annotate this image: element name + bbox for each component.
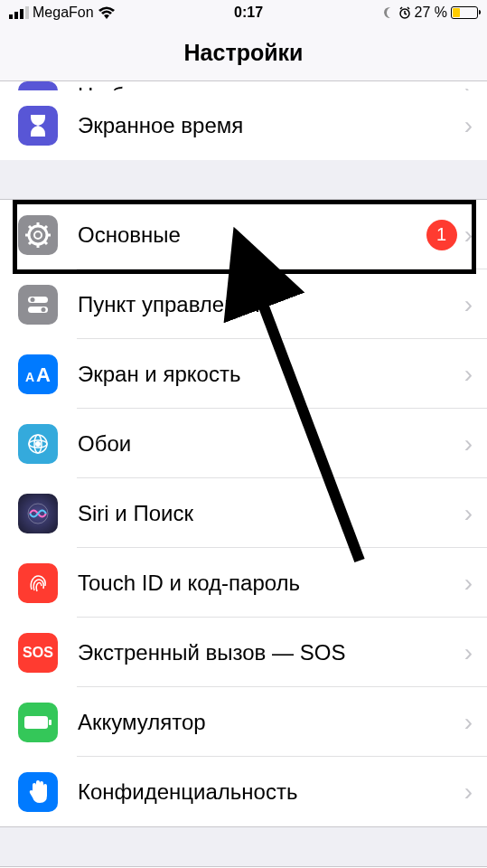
settings-item-wallpaper[interactable]: Обои › <box>0 409 487 478</box>
wifi-icon <box>98 6 116 20</box>
battery-icon <box>451 6 478 19</box>
gear-icon <box>18 215 58 255</box>
chevron-right-icon: › <box>464 778 487 807</box>
svg-rect-27 <box>49 720 52 725</box>
settings-item-screen-time[interactable]: Экранное время › <box>0 90 487 160</box>
moon-icon <box>382 6 395 19</box>
item-label: Основные <box>78 222 426 248</box>
svg-point-16 <box>31 297 35 302</box>
item-label: Touch ID и код-пароль <box>78 571 464 596</box>
battery-pct-label: 27 % <box>415 5 447 21</box>
page-title: Настройки <box>184 40 304 66</box>
alarm-icon <box>398 6 411 19</box>
item-label: Обои <box>78 431 464 457</box>
nav-header: Настройки <box>0 25 487 81</box>
notification-badge: 1 <box>426 220 457 250</box>
battery-large-icon <box>18 703 58 742</box>
svg-rect-3 <box>25 6 29 19</box>
chevron-right-icon: › <box>464 638 487 667</box>
svg-point-6 <box>34 231 42 239</box>
svg-text:A: A <box>25 370 34 384</box>
svg-rect-0 <box>9 14 13 19</box>
status-bar: MegaFon 0:17 27 % <box>0 0 487 25</box>
item-label: Не беспокоить <box>78 83 464 90</box>
settings-item-siri[interactable]: Siri и Поиск › <box>0 478 487 548</box>
svg-line-12 <box>44 241 47 244</box>
svg-point-22 <box>35 441 41 447</box>
chevron-right-icon: › <box>464 221 487 250</box>
chevron-right-icon: › <box>464 708 487 737</box>
item-label: Конфиденциальность <box>78 779 464 805</box>
svg-line-13 <box>44 226 47 229</box>
item-label: Siri и Поиск <box>78 501 464 526</box>
svg-point-18 <box>42 307 46 312</box>
item-label: Экстренный вызов — SOS <box>78 640 464 665</box>
status-time: 0:17 <box>234 5 263 21</box>
textsize-icon: AA <box>18 354 58 394</box>
chevron-right-icon: › <box>464 569 487 598</box>
sos-icon: SOS <box>18 633 58 673</box>
wallpaper-icon <box>18 424 58 464</box>
hand-icon <box>18 772 58 812</box>
item-label: Аккумулятор <box>78 710 464 735</box>
chevron-right-icon: › <box>464 290 487 319</box>
settings-item-privacy[interactable]: Конфиденциальность › <box>0 757 487 826</box>
svg-rect-26 <box>24 716 48 729</box>
moon-icon <box>18 81 58 90</box>
settings-item-control-center[interactable]: Пункт управления › <box>0 269 487 339</box>
settings-item-touchid[interactable]: Touch ID и код-пароль › <box>0 548 487 618</box>
item-label: Экран и яркость <box>78 362 464 387</box>
chevron-right-icon: › <box>464 360 487 389</box>
carrier-label: MegaFon <box>33 5 94 21</box>
svg-line-14 <box>29 241 32 244</box>
signal-icon <box>9 6 29 19</box>
settings-item-sos[interactable]: SOS Экстренный вызов — SOS › <box>0 618 487 687</box>
settings-item-battery[interactable]: Аккумулятор › <box>0 687 487 757</box>
siri-icon <box>18 494 58 533</box>
chevron-right-icon: › <box>464 81 487 90</box>
switches-icon <box>18 285 58 325</box>
svg-text:A: A <box>36 363 51 385</box>
settings-item-dnd[interactable]: Не беспокоить › <box>0 81 487 90</box>
item-label: Экранное время <box>78 113 464 138</box>
settings-item-general[interactable]: Основные 1 › <box>0 200 487 269</box>
svg-rect-2 <box>20 9 23 19</box>
fingerprint-icon <box>18 563 58 603</box>
svg-rect-1 <box>14 12 18 19</box>
chevron-right-icon: › <box>464 111 487 140</box>
svg-line-11 <box>29 226 32 229</box>
chevron-right-icon: › <box>464 429 487 458</box>
settings-item-display[interactable]: AA Экран и яркость › <box>0 339 487 409</box>
item-label: Пункт управления <box>78 292 464 317</box>
chevron-right-icon: › <box>464 499 487 528</box>
hourglass-icon <box>18 106 58 146</box>
